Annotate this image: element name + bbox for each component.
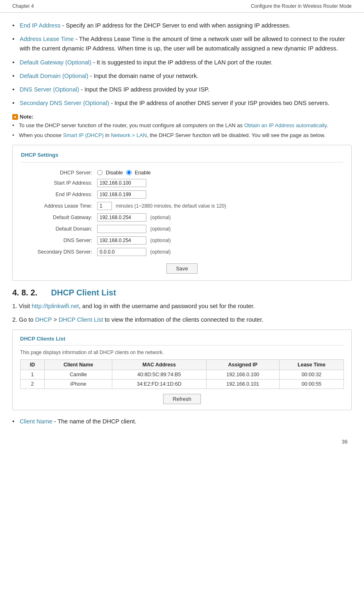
term-dns-server: DNS Server (Optional) — [20, 86, 79, 93]
clients-divider — [20, 345, 344, 345]
refresh-button[interactable]: Refresh — [163, 394, 201, 404]
cell-name: iPhone — [45, 379, 112, 389]
dhcp-settings-screenshot: DHCP Settings DHCP Server: Disable Enabl… — [12, 145, 352, 281]
end-ip-label: End IP Address: — [21, 189, 95, 200]
gateway-cell: (optional) — [95, 212, 343, 223]
secondary-dns-cell: (optional) — [95, 246, 343, 258]
lease-time-input[interactable] — [97, 202, 112, 210]
note-item-1: To use the DHCP server function of the r… — [12, 121, 352, 130]
dns-input[interactable] — [97, 236, 146, 245]
dhcp-server-label: DHCP Server: — [21, 168, 95, 177]
cell-mac: 40:8D:5C:89:74:B5 — [112, 370, 206, 379]
domain-input[interactable] — [97, 225, 146, 233]
end-ip-input[interactable] — [97, 190, 146, 199]
dhcp-enable-radio[interactable] — [126, 170, 132, 175]
end-ip-row: End IP Address: — [21, 189, 343, 200]
cell-id: 2 — [20, 379, 45, 389]
text-secondary-dns: - Input the IP address of another DNS se… — [109, 100, 329, 106]
note-item-1-before: To use the DHCP server function of the r… — [19, 122, 244, 128]
text-default-gateway: - It is suggested to input the IP addres… — [91, 59, 273, 66]
note-item-1-link[interactable]: Obtain an IP Address automatically — [244, 122, 327, 128]
text-end-ip: - Specify an IP address for the DHCP Ser… — [61, 22, 291, 29]
dhcp-server-options: Disable Enable — [95, 168, 343, 177]
cell-ip: 192.168.0.101 — [206, 379, 279, 389]
clients-table: ID Client Name MAC Address Assigned IP L… — [20, 359, 344, 389]
note-title: ● Note: — [12, 114, 352, 120]
term-lease-time: Address Lease Time — [20, 36, 74, 42]
list-item-client-name: Client Name - The name of the DHCP clien… — [12, 417, 352, 426]
list-item-dns-server: DNS Server (Optional) - Input the DNS IP… — [12, 85, 352, 94]
page-content: End IP Address - Specify an IP address f… — [0, 17, 364, 457]
step2-link2[interactable]: DHCP Client List — [59, 316, 103, 323]
domain-cell: (optional) — [95, 223, 343, 235]
note-items: To use the DHCP server function of the r… — [12, 121, 352, 139]
start-ip-row: Start IP Address: — [21, 177, 343, 189]
domain-note: (optional) — [148, 226, 171, 232]
save-button[interactable]: Save — [166, 263, 198, 274]
dhcp-disable-label: Disable — [106, 170, 123, 176]
page-header: Chapter 4 Configure the Router in Wirele… — [0, 0, 364, 13]
main-bullet-list: End IP Address - Specify an IP address f… — [12, 21, 352, 108]
step1-link[interactable]: http://tplinkwifi.net — [32, 303, 79, 309]
gateway-input[interactable] — [97, 213, 146, 222]
col-id: ID — [20, 359, 45, 370]
note-item-2-link2[interactable]: Network > LAN — [111, 132, 147, 138]
domain-label: Default Domain: — [21, 223, 95, 235]
lease-time-note: minutes (1~2880 minutes, the default val… — [113, 203, 226, 209]
step2-mid: > — [52, 316, 59, 323]
section-number: 4. 8. 2. — [12, 288, 37, 297]
step1-text: 1. Visit http://tplinkwifi.net, and log … — [12, 302, 352, 311]
note-item-2-before: When you choose — [19, 132, 63, 138]
dhcp-enable-label: Enable — [135, 170, 151, 176]
cell-lease: 00:00:55 — [279, 379, 344, 389]
domain-row: Default Domain: (optional) — [21, 223, 343, 235]
step2-text: 2. Go to DHCP > DHCP Client List to view… — [12, 315, 352, 325]
cell-ip: 192.168.0.100 — [206, 370, 279, 379]
term-secondary-dns: Secondary DNS Server (Optional) — [20, 100, 109, 106]
dhcp-server-row: DHCP Server: Disable Enable — [21, 168, 343, 177]
gateway-note: (optional) — [148, 215, 171, 220]
step2-after: to view the information of the clients c… — [103, 316, 264, 323]
header-left: Chapter 4 — [12, 3, 34, 9]
list-item-end-ip: End IP Address - Specify an IP address f… — [12, 21, 352, 30]
table-row: 1Camille40:8D:5C:89:74:B5192.168.0.10000… — [20, 370, 344, 379]
dhcp-divider — [21, 162, 343, 162]
secondary-dns-label: Secondary DNS Server: — [21, 246, 95, 258]
note-item-2-link1[interactable]: Smart IP (DHCP) — [63, 132, 104, 138]
step2-link1[interactable]: DHCP — [35, 316, 52, 323]
term-default-gateway: Default Gateway (Optional) — [20, 59, 91, 66]
refresh-btn-row: Refresh — [20, 394, 344, 404]
dhcp-disable-radio[interactable] — [97, 170, 102, 175]
note-item-2-mid: in — [104, 132, 111, 138]
cell-name: Camille — [45, 370, 112, 379]
list-item-secondary-dns: Secondary DNS Server (Optional) - Input … — [12, 98, 352, 108]
text-dns-server: - Input the DNS IP address provided by y… — [79, 86, 209, 93]
cell-lease: 00:00:32 — [279, 370, 344, 379]
dns-label: DNS Server: — [21, 235, 95, 246]
note-item-2-after: , the DHCP Server function will be disab… — [147, 132, 325, 138]
col-lease-time: Lease Time — [279, 359, 344, 370]
start-ip-input[interactable] — [97, 179, 146, 187]
step2-before: 2. Go to — [12, 316, 35, 323]
lease-time-row: Address Lease Time: minutes (1~2880 minu… — [21, 200, 343, 212]
term-client-name: Client Name — [20, 418, 52, 425]
start-ip-label: Start IP Address: — [21, 177, 95, 189]
note-item-1-after: . — [327, 122, 328, 128]
step1-before: 1. Visit — [12, 303, 32, 309]
table-row: 2iPhone34:E2:FD:14:1D:6D192.168.0.10100:… — [20, 379, 344, 389]
gateway-row: Default Gateway: (optional) — [21, 212, 343, 223]
end-ip-cell — [95, 189, 343, 200]
step1-after: , and log in with the username and passw… — [79, 303, 255, 309]
dns-row: DNS Server: (optional) — [21, 235, 343, 246]
cell-id: 1 — [20, 370, 45, 379]
note-icon: ● — [12, 114, 18, 120]
secondary-dns-input[interactable] — [97, 248, 146, 256]
save-btn-row: Save — [21, 263, 343, 274]
dhcp-form-table: DHCP Server: Disable Enable Start IP Add… — [21, 168, 343, 258]
start-ip-cell — [95, 177, 343, 189]
col-client-name: Client Name — [45, 359, 112, 370]
list-item-default-domain: Default Domain (Optional) - Input the do… — [12, 71, 352, 81]
cell-mac: 34:E2:FD:14:1D:6D — [112, 379, 206, 389]
clients-table-header: ID Client Name MAC Address Assigned IP L… — [20, 359, 344, 370]
term-end-ip: End IP Address — [20, 22, 61, 29]
